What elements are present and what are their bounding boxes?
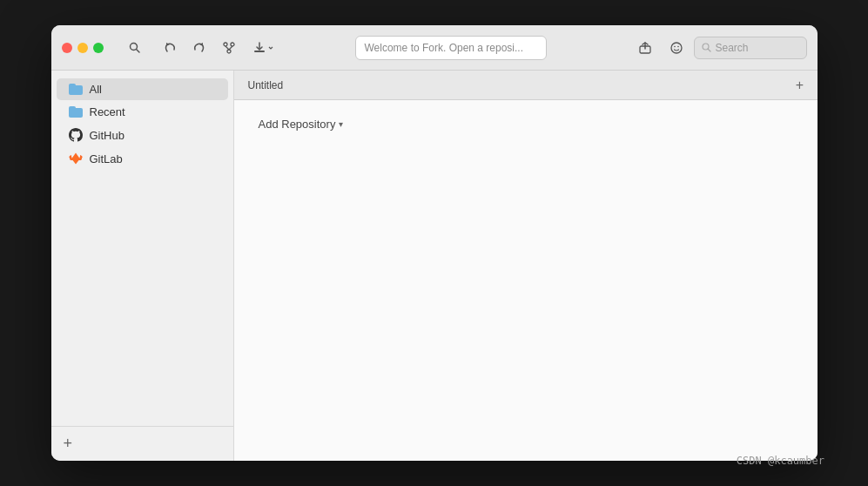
folder-icon (69, 84, 83, 95)
sidebar-label-github: GitHub (90, 129, 124, 142)
address-text: Welcome to Fork. Open a reposi... (365, 42, 524, 54)
github-icon (69, 128, 83, 142)
search-icon (129, 42, 141, 54)
svg-point-14 (674, 45, 676, 47)
svg-line-1 (136, 49, 139, 52)
merge-button[interactable] (215, 36, 243, 60)
svg-point-4 (224, 43, 227, 46)
sidebar-items: All Recent GitHub (51, 71, 233, 426)
main-content: Add Repository ▾ (234, 100, 818, 461)
svg-line-17 (708, 49, 710, 51)
app-window: Welcome to Fork. Open a reposi... (51, 25, 818, 461)
sidebar-item-all[interactable]: All (57, 78, 228, 100)
content-area: All Recent GitHub (51, 71, 818, 461)
sidebar-footer: + (51, 426, 233, 461)
address-bar[interactable]: Welcome to Fork. Open a reposi... (355, 36, 547, 60)
tab-bar: Untitled + (234, 71, 818, 100)
sidebar: All Recent GitHub (51, 71, 234, 461)
maximize-button[interactable] (93, 43, 104, 53)
search-bar[interactable]: Search (694, 37, 807, 59)
sidebar-item-recent[interactable]: Recent (57, 101, 228, 123)
sidebar-item-github[interactable]: GitHub (57, 124, 228, 146)
svg-line-8 (229, 46, 232, 50)
add-tab-button[interactable]: + (790, 75, 811, 96)
tab-title: Untitled (241, 79, 291, 91)
share-button[interactable] (631, 36, 659, 60)
toolbar-right: Search (631, 36, 807, 60)
add-repository-button[interactable]: Add Repository ▾ (252, 114, 351, 134)
svg-point-15 (677, 45, 679, 47)
svg-line-7 (225, 46, 229, 50)
sidebar-label-recent: Recent (90, 105, 125, 118)
search-bar-icon (702, 43, 711, 52)
folder-icon-recent (69, 106, 83, 118)
nav-buttons (156, 36, 243, 60)
merge-icon (223, 42, 235, 54)
share-icon (639, 42, 651, 54)
fetch-icon (253, 42, 266, 54)
watermark: CSDN @kcaumber (737, 455, 824, 467)
forward-button[interactable] (185, 36, 213, 60)
svg-point-5 (231, 43, 234, 46)
filter-button[interactable] (121, 36, 149, 60)
back-button[interactable] (156, 36, 184, 60)
add-group-button[interactable]: + (64, 435, 73, 451)
smiley-icon (670, 42, 683, 54)
main-panel: Untitled + Add Repository ▾ (234, 71, 818, 461)
titlebar: Welcome to Fork. Open a reposi... (51, 25, 818, 71)
sidebar-label-all: All (90, 83, 102, 96)
sidebar-item-gitlab[interactable]: GitLab (57, 147, 228, 170)
undo-icon (163, 42, 177, 54)
dropdown-arrow-icon (267, 44, 274, 51)
svg-point-6 (227, 50, 231, 53)
add-repo-label: Add Repository (259, 118, 336, 131)
svg-rect-9 (254, 51, 265, 52)
close-button[interactable] (62, 43, 72, 53)
svg-point-13 (671, 43, 682, 53)
search-placeholder: Search (716, 42, 749, 54)
minimize-button[interactable] (77, 43, 88, 53)
sidebar-label-gitlab: GitLab (90, 152, 123, 165)
gitlab-icon (69, 152, 83, 165)
redo-icon (192, 42, 206, 54)
add-repo-chevron: ▾ (339, 119, 343, 129)
download-button[interactable] (250, 36, 278, 60)
traffic-lights (62, 43, 104, 53)
emoji-button[interactable] (663, 36, 690, 60)
